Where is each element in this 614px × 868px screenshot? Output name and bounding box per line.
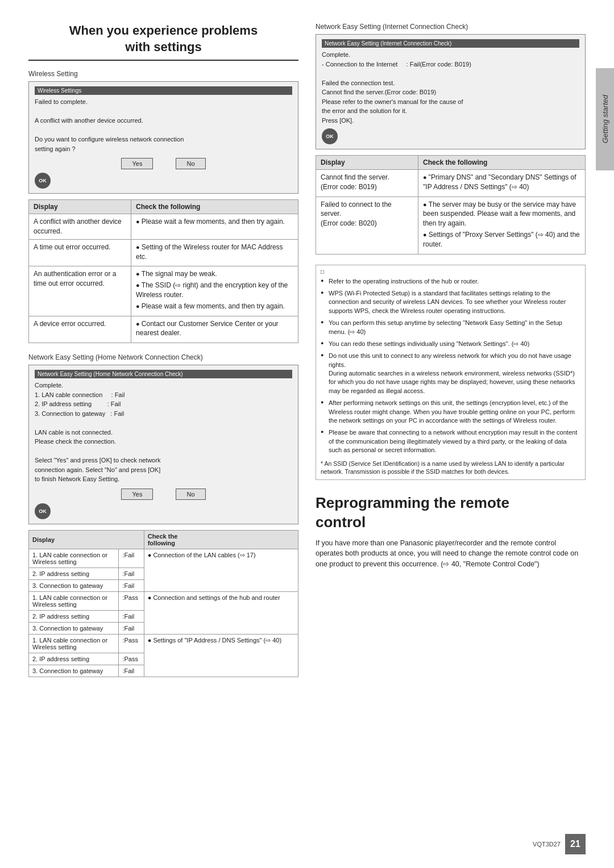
table-row: 1. LAN cable connection orWireless setti… [29,591,298,610]
wireless-row2-check: Setting of the Wireless router for MAC A… [131,239,298,266]
right-column: Network Easy Setting (Internet Connectio… [316,23,586,677]
wireless-screen-content: Failed to complete. A conflict with anot… [35,97,292,153]
wireless-row3-display: An authentication error or a time out er… [29,266,131,316]
wireless-no-btn[interactable]: No [176,158,205,169]
wireless-row4-check: Contact our Customer Service Center or y… [131,316,298,343]
internet-table: Display Check the following Cannot find … [316,155,586,254]
table-row: A conflict with another device occurred.… [29,214,298,240]
table-row: An authentication error or a time out er… [29,266,298,316]
notes-list: Refer to the operating instructions of t… [321,277,580,455]
wireless-table-col2: Check the following [131,200,298,214]
home-r3-status: :Fail [119,579,144,591]
home-screen-title: Network Easy Setting (Home Network Conne… [35,370,292,378]
home-r5-status: :Fail [119,610,144,622]
internet-screen-content: Complete. - Connection to the Internet :… [322,50,579,125]
home-yes-btn[interactable]: Yes [121,489,153,500]
ok-icon-internet: OK [322,128,579,144]
note-item: You can perform this setup anytime by se… [321,319,580,336]
home-r2-display: 2. IP address setting [29,567,119,579]
reprogramming-heading: Reprogramming the remote control [316,494,586,532]
home-r6-display: 3. Connection to gateway [29,622,119,634]
page-num-area: VQT3D27 21 [533,834,586,854]
wireless-row2-display: A time out error occurred. [29,239,131,266]
home-r4-status: :Pass [119,591,144,610]
wireless-screen-buttons: Yes No [35,158,292,169]
wireless-row4-display: A device error occurred. [29,316,131,343]
home-r5-display: 2. IP address setting [29,610,119,622]
home-network-table: Display Check thefollowing 1. LAN cable … [28,530,298,677]
doc-code: VQT3D27 [533,841,561,848]
home-screen-buttons: Yes No [35,489,292,500]
internet-label: Network Easy Setting (Internet Connectio… [316,23,586,31]
wireless-row1-check: Please wait a few moments, and then try … [131,214,298,240]
internet-screen-mockup: Network Easy Setting (Internet Connectio… [316,34,586,149]
home-no-btn[interactable]: No [176,489,205,500]
reprogramming-text: If you have more than one Panasonic play… [316,538,586,570]
internet-table-col1: Display [316,156,418,170]
footnote: * An SSID (Service Set IDentification) i… [321,460,580,476]
main-content: When you experience problems with settin… [28,23,586,677]
ok-icon-home: OK [35,503,292,519]
home-r8-display: 2. IP address setting [29,653,119,665]
customer-service-text: Contact our Customer Service Center or y… [136,319,293,339]
internet-row2-check: The server may be busy or the service ma… [418,197,586,254]
wireless-table: Display Check the following A conflict w… [28,199,298,343]
left-column: When you experience problems with settin… [28,23,298,677]
wireless-setting-label: Wireless Setting [28,70,298,78]
ok-icon-wireless: OK [35,173,292,189]
table-row: A device error occurred. Contact our Cus… [29,316,298,343]
wireless-screen-title: Wireless Settings [35,86,292,95]
home-table-col2: Check thefollowing [144,530,298,549]
internet-row1-check: "Primary DNS" and "Secondary DNS" Settin… [418,170,586,197]
internet-row2-display: Failed to connect to the server.(Error c… [316,197,418,254]
table-row: 1. LAN cable connection orWireless setti… [29,634,298,653]
table-row: A time out error occurred. Setting of th… [29,239,298,266]
wireless-row1-display: A conflict with another device occurred. [29,214,131,240]
home-r7-status: :Pass [119,634,144,653]
note-item: You can redo these settings individually… [321,340,580,348]
home-r8-status: :Pass [119,653,144,665]
note-item: Please be aware that connecting to a net… [321,428,580,454]
home-r3-display: 3. Connection to gateway [29,579,119,591]
wireless-table-col1: Display [29,200,131,214]
home-r4-check: Connection and settings of the hub and r… [144,591,298,634]
side-tab-text: Getting started [601,95,609,143]
home-r9-display: 3. Connection to gateway [29,665,119,677]
note-item: WPS (Wi-Fi Protected Setup) is a standar… [321,289,580,315]
home-table-col1: Display [29,530,144,549]
home-r4-display: 1. LAN cable connection orWireless setti… [29,591,119,610]
wireless-yes-btn[interactable]: Yes [121,158,153,169]
note-item: Do not use this unit to connect to any w… [321,352,580,395]
home-screen-content: Complete. 1. LAN cable connection : Fail… [35,381,292,484]
note-item: After performing network settings on thi… [321,399,580,425]
wireless-row3-check: The signal may be weak. The SSID (⇨ righ… [131,266,298,316]
home-r7-check: Settings of "IP Address / DNS Settings" … [144,634,298,677]
note-box: □ Refer to the operating instructions of… [316,265,586,480]
table-row: Cannot find the server.(Error code: B019… [316,170,586,197]
internet-table-col2: Check the following [418,156,586,170]
page: Getting started When you experience prob… [0,0,614,868]
home-network-label: Network Easy Setting (Home Network Conne… [28,353,298,361]
home-r2-status: :Fail [119,567,144,579]
home-r1-display: 1. LAN cable connection orWireless setti… [29,549,119,567]
section-heading: When you experience problems with settin… [28,23,298,61]
note-item: Refer to the operating instructions of t… [321,277,580,286]
table-row: Failed to connect to the server.(Error c… [316,197,586,254]
internet-screen-title: Network Easy Setting (Internet Connectio… [322,39,579,48]
home-r7-display: 1. LAN cable connection orWireless setti… [29,634,119,653]
table-row: 1. LAN cable connection orWireless setti… [29,549,298,567]
home-r1-check: Connection of the LAN cables (⇨ 17) [144,549,298,591]
home-screen-mockup: Network Easy Setting (Home Network Conne… [28,365,298,524]
side-tab: Getting started [596,68,614,170]
home-r1-status: :Fail [119,549,144,567]
wireless-screen-mockup: Wireless Settings Failed to complete. A … [28,81,298,194]
home-r6-status: :Fail [119,622,144,634]
page-number: 21 [565,834,586,854]
internet-row1-display: Cannot find the server.(Error code: B019… [316,170,418,197]
home-r9-status: :Fail [119,665,144,677]
